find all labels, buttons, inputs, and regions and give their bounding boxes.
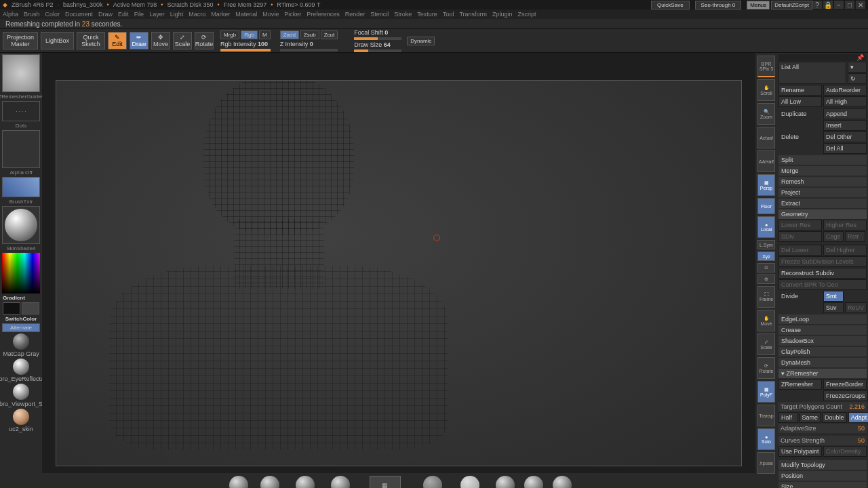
local-button[interactable]: ●Local (757, 216, 775, 238)
zcut-button[interactable]: Zcut (321, 30, 338, 39)
move-button[interactable]: ✥Move (151, 32, 170, 49)
menu-item[interactable]: Light (170, 11, 184, 18)
use-polypaint-button[interactable]: Use Polypaint (778, 446, 822, 457)
brush-item[interactable]: ClayBuildup (289, 476, 321, 488)
freeze-button[interactable]: Freeze SubDivision Levels (778, 256, 867, 267)
same-button[interactable]: Same (800, 412, 821, 423)
z-axis-button[interactable]: ⊕ (757, 274, 775, 284)
brush-item[interactable]: Topology (420, 476, 445, 488)
adaptive-size-slider[interactable]: AdaptiveSize50 (778, 424, 867, 433)
material-thumbnail[interactable] (2, 206, 40, 244)
size-section[interactable]: Size (778, 482, 867, 488)
pin-icon[interactable]: 📌 (856, 54, 864, 61)
menu-item[interactable]: Alpha (3, 11, 18, 18)
nav-move-button[interactable]: ✋Move (757, 310, 775, 331)
menu-item[interactable]: Edit (118, 11, 129, 18)
scroll-button[interactable]: ✋Scroll (757, 79, 775, 101)
arrow-cycle-icon[interactable]: ↻ (848, 73, 867, 84)
quicksketch-button[interactable]: Quick Sketch (77, 32, 105, 49)
polyf-button[interactable]: ▦PolyF (757, 381, 775, 403)
brush-item[interactable]: IMM BParts (454, 476, 486, 488)
menu-item[interactable]: Render (345, 11, 366, 18)
delother-button[interactable]: Del Other (823, 131, 867, 142)
brush-thumbnail[interactable] (2, 54, 40, 92)
menu-item[interactable]: Macro (189, 11, 205, 18)
freezeborder-button[interactable]: FreezeBorder (823, 379, 867, 390)
append-button[interactable]: Append (823, 108, 867, 119)
rgb-button[interactable]: Rgb (241, 30, 258, 39)
dynamic-button[interactable]: Dynamic (407, 37, 435, 45)
rgb-intensity-slider[interactable]: Rgb Intensity 100 (220, 41, 271, 52)
brush-item[interactable]: Standard (226, 476, 251, 488)
material-item[interactable]: MatCap Gray (3, 333, 39, 357)
shadowbox-section[interactable]: ShadowBox (778, 336, 867, 346)
menu-item[interactable]: Stencil (370, 11, 389, 18)
zscript-button[interactable]: DefaultZScript (771, 1, 812, 9)
menu-item[interactable]: Picker (284, 11, 301, 18)
frame-button[interactable]: ⛶Frame (757, 286, 775, 308)
menu-item[interactable]: Draw (98, 11, 113, 18)
reuv-button[interactable]: ReUV (845, 302, 867, 313)
delhigher-button[interactable]: Del Higher (823, 245, 867, 256)
rotate-button[interactable]: ⟳Rotate (195, 32, 214, 49)
y-axis-button[interactable]: ⊙ (757, 263, 775, 272)
lock-icon[interactable]: 🔒 (823, 1, 833, 9)
lowerres-button[interactable]: Lower Res (778, 220, 822, 230)
duplicate-button[interactable]: Duplicate (778, 108, 822, 119)
persp-button[interactable]: ▦Persp (757, 174, 775, 196)
stroke-thumbnail[interactable]: · · · · (2, 101, 40, 121)
aahalf-button[interactable]: AAHalf (757, 150, 775, 172)
smt-button[interactable]: Smt (823, 291, 844, 302)
menu-item[interactable]: Texture (417, 11, 437, 18)
higherres-button[interactable]: Higher Res (823, 220, 867, 230)
curves-strength-slider[interactable]: Curves Strength50 (778, 436, 867, 445)
edgeloop-section[interactable]: EdgeLoop (778, 314, 867, 324)
menu-item[interactable]: Transform (459, 11, 487, 18)
xyz-button[interactable]: Xyz (757, 251, 775, 261)
m-button[interactable]: M (259, 30, 271, 39)
extract-section[interactable]: Extract (778, 199, 867, 208)
menu-item[interactable]: Zplugin (492, 11, 513, 18)
color-picker[interactable] (2, 253, 40, 293)
freezegroups-button[interactable]: FreezeGroups (823, 390, 868, 401)
menu-item[interactable]: Document (65, 11, 93, 18)
menu-item[interactable]: Stroke (394, 11, 412, 18)
edit-button[interactable]: ✎Edit (108, 32, 127, 49)
alternate-button[interactable]: Alternate (2, 323, 40, 332)
lightbox-button[interactable]: LightBox (41, 32, 74, 49)
project-section[interactable]: Project (778, 188, 867, 197)
xpose-button[interactable]: Xpose (757, 452, 775, 474)
zoom-button[interactable]: 🔍Zoom (757, 103, 775, 125)
reconstruct-button[interactable]: Reconstruct Subdiv (778, 268, 867, 279)
merge-section[interactable]: Merge (778, 166, 867, 176)
focal-shift-slider[interactable]: Focal Shift 0 (354, 29, 401, 40)
zsub-button[interactable]: Zsub (300, 30, 319, 39)
modify-topology-section[interactable]: Modify Topology (778, 460, 867, 470)
convertbpr-button[interactable]: Convert BPR To Geo (778, 279, 867, 290)
menu-item[interactable]: Layer (149, 11, 165, 18)
brush-item[interactable]: ▦ZRemesherGuides (359, 476, 411, 488)
dynamesh-section[interactable]: DynaMesh (778, 358, 867, 367)
brush-item[interactable]: Slash3 (331, 476, 350, 488)
actual-button[interactable]: Actual (757, 127, 775, 148)
adapt-button[interactable]: Adapt (848, 412, 868, 423)
remesh-section[interactable]: Remesh (778, 177, 867, 186)
bpr-button[interactable]: BPRSPix 3 (757, 56, 775, 77)
draw-button[interactable]: ✏Draw (130, 32, 149, 49)
menus-button[interactable]: Menus (747, 1, 770, 9)
arrow-down-icon[interactable]: ▾ (848, 62, 867, 73)
texture-thumbnail[interactable] (2, 177, 40, 197)
menu-item[interactable]: Marker (211, 11, 230, 18)
divide-button[interactable]: Divide (778, 291, 822, 302)
projection-master-button[interactable]: Projection Master (3, 32, 38, 49)
listall-button[interactable]: List All (778, 62, 846, 84)
brush-item[interactable]: Clay (496, 476, 515, 488)
position-section[interactable]: Position (778, 471, 867, 481)
zremesher-button[interactable]: ZRemesher (778, 379, 822, 390)
viewport[interactable] (56, 80, 742, 466)
geometry-section[interactable]: Geometry (778, 209, 867, 219)
menu-item[interactable]: Zscript (518, 11, 536, 18)
floor-button[interactable]: Floor (757, 198, 775, 214)
minimize-icon[interactable]: − (834, 1, 844, 9)
zadd-button[interactable]: Zadd (280, 30, 299, 39)
